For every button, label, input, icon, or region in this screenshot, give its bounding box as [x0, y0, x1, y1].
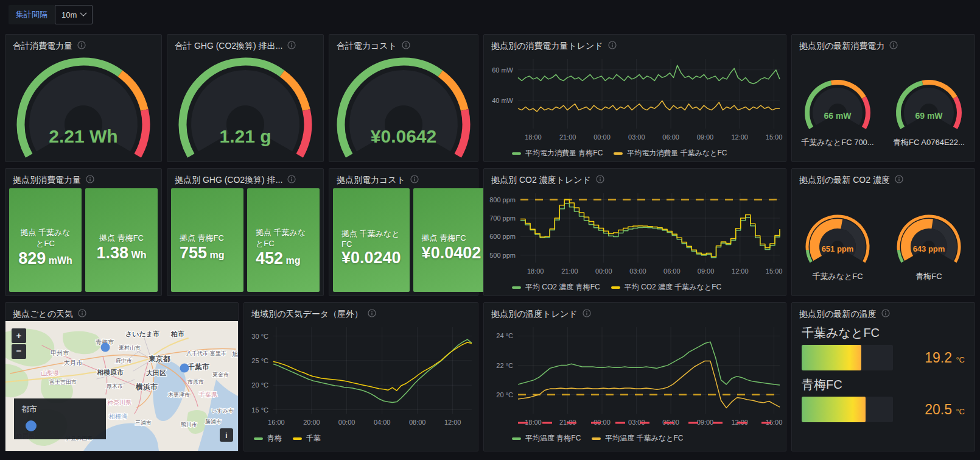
legend-item[interactable]: 青梅 [254, 433, 282, 444]
legend-item[interactable]: 平均電力消費量 千葉みなとFC [614, 148, 727, 158]
map-legend-title: 都市 [21, 405, 37, 414]
map-label: 大田区 [146, 369, 166, 377]
legend-item[interactable]: 平均 CO2 濃度 青梅FC [512, 282, 600, 292]
map-label: 相模原市 [96, 369, 124, 376]
svg-text:40 mW: 40 mW [492, 97, 513, 104]
info-icon[interactable] [368, 309, 376, 320]
svg-text:12:00: 12:00 [731, 133, 748, 141]
map-marker[interactable] [101, 343, 110, 352]
stat-label: 拠点 青梅FC [99, 233, 144, 244]
stat-value: 755 mg [180, 244, 235, 263]
info-icon[interactable] [402, 41, 410, 52]
latest-temp-bars: 千葉みなとFC19.2 °C青梅FC20.5 °C [802, 325, 965, 428]
panel-title: 拠点別の温度トレンド [491, 309, 578, 320]
legend-item[interactable]: 平均温度 千葉みなとFC [592, 433, 683, 444]
variable-label: 集計間隔 [9, 5, 55, 24]
legend-swatch [254, 437, 263, 440]
info-icon[interactable] [287, 175, 296, 186]
legend-label: 青梅 [267, 433, 282, 444]
geomap[interactable]: さいたま市柏市青梅市東村山市甲州市大月市府中市東京都八千代市富里市旭市相模原市大… [5, 321, 238, 451]
panel-title: 拠点別の消費電力量トレンド [491, 41, 603, 52]
info-icon[interactable] [287, 41, 296, 52]
gauge-cell: 651 ppm千葉みなとFC [794, 204, 881, 282]
bargauge-label: 千葉みなとFC [802, 325, 965, 341]
gauge-label: 千葉みなとFC [812, 271, 863, 282]
panel-title: 合計電力コスト [337, 41, 397, 52]
svg-text:700 ppm: 700 ppm [489, 214, 516, 222]
map-label: 府中市 [116, 358, 132, 364]
bargauge-value: 19.2 °C [925, 350, 965, 366]
map-label: 旭市 [232, 351, 238, 358]
legend-item[interactable]: 平均温度 青梅FC [512, 433, 581, 444]
legend-swatch [512, 286, 521, 289]
bargauge-track [802, 397, 893, 422]
legend-swatch [611, 286, 620, 289]
legend-label: 平均電力消費量 青梅FC [525, 148, 603, 158]
legend-swatch [512, 437, 521, 440]
svg-text:15:00: 15:00 [766, 133, 783, 141]
interval-value: 10m [61, 10, 77, 19]
gauge-total-ghg: 1.21 g [174, 53, 317, 161]
panel-title: 拠点別 CO2 濃度トレンド [491, 175, 591, 186]
bargauge-label: 青梅FC [802, 377, 965, 393]
map-label: 勝浦市 [205, 419, 222, 425]
legend-label: 平均 CO2 濃度 千葉みなとFC [625, 282, 722, 292]
panel-weather-outdoor: 地域別の天気データ（屋外） 16:0020:0000:0004:0008:001… [243, 302, 478, 451]
info-icon[interactable] [86, 175, 94, 186]
map-label: 千葉県 [198, 391, 217, 398]
stat-label: 拠点 千葉みなとFC [256, 227, 311, 249]
info-icon[interactable] [895, 175, 903, 186]
legend-label: 平均 CO2 濃度 青梅FC [525, 282, 600, 292]
site-ghg-tiles: 拠点 青梅FC755 mg拠点 千葉みなとFC452 mg [171, 188, 320, 292]
panel-temp-trend: 拠点別の温度トレンド 18:0021:0000:0003:0006:0009:0… [483, 302, 786, 451]
svg-text:00:00: 00:00 [593, 133, 611, 141]
svg-text:15:00: 15:00 [766, 267, 783, 275]
map-marker[interactable] [180, 364, 189, 373]
map-label: 相模湾 [108, 413, 127, 420]
panel-total-cost: 合計電力コスト ¥0.0642 [329, 34, 478, 162]
bargauge-row: 千葉みなとFC19.2 °C [802, 325, 965, 370]
info-icon[interactable] [77, 41, 86, 52]
info-icon[interactable] [881, 309, 890, 320]
info-icon[interactable] [410, 175, 419, 186]
legend-swatch [293, 437, 302, 440]
info-icon[interactable] [889, 41, 898, 52]
info-icon[interactable] [583, 309, 591, 320]
map-label: 東村山市 [119, 345, 141, 351]
svg-text:18:00: 18:00 [525, 133, 542, 141]
info-icon[interactable] [78, 309, 86, 320]
map-label: 神奈川県 [107, 399, 131, 406]
weather-legend: 青梅千葉 [244, 432, 478, 444]
panel-title: 拠点別の最新 CO2 濃度 [799, 175, 890, 186]
svg-text:22 °C: 22 °C [496, 362, 513, 369]
svg-text:06:00: 06:00 [663, 267, 681, 275]
legend-item[interactable]: 平均電力消費量 青梅FC [512, 148, 603, 158]
panel-title: 拠点別の最新の温度 [799, 309, 877, 320]
panel-latest-co2: 拠点別の最新 CO2 濃度 651 ppm千葉みなとFC643 ppm青梅FC [791, 168, 975, 296]
svg-text:30 °C: 30 °C [251, 333, 268, 340]
svg-text:09:00: 09:00 [697, 133, 714, 141]
svg-text:24 °C: 24 °C [496, 332, 513, 339]
info-icon[interactable] [596, 175, 604, 186]
info-icon[interactable] [608, 41, 617, 52]
site-power-tiles: 拠点 千葉みなとFC829 mWh拠点 青梅FC1.38 Wh [9, 188, 158, 292]
panel-site-power: 拠点別消費電力量 拠点 千葉みなとFC829 mWh拠点 青梅FC1.38 Wh [5, 168, 162, 296]
svg-text:60 mW: 60 mW [492, 66, 513, 74]
panel-site-cost: 拠点別電力コスト 拠点 千葉みなとFC¥0.0240拠点 青梅FC¥0.0402 [329, 168, 478, 296]
stat-label: 拠点 千葉みなとFC [18, 227, 73, 249]
gauge-value: 1.21 g [219, 126, 271, 146]
chevron-down-icon [80, 10, 87, 16]
map-label: 千葉市 [187, 363, 209, 371]
gauge-value: ¥0.0642 [371, 126, 436, 146]
interval-dropdown[interactable]: 10m [55, 5, 93, 24]
legend-item[interactable]: 千葉 [293, 433, 321, 444]
svg-text:06:00: 06:00 [662, 133, 679, 141]
svg-text:21:00: 21:00 [561, 267, 578, 275]
panel-title: 地域別の天気データ（屋外） [251, 309, 363, 320]
bargauge-track [802, 345, 893, 370]
stat-tile: 拠点 青梅FC755 mg [171, 188, 243, 292]
gauge-cell: 643 ppm青梅FC [886, 204, 972, 282]
dashboard-topbar: 集計間隔 10m [0, 0, 980, 29]
legend-item[interactable]: 平均 CO2 濃度 千葉みなとFC [611, 282, 722, 292]
legend-swatch [592, 437, 601, 440]
